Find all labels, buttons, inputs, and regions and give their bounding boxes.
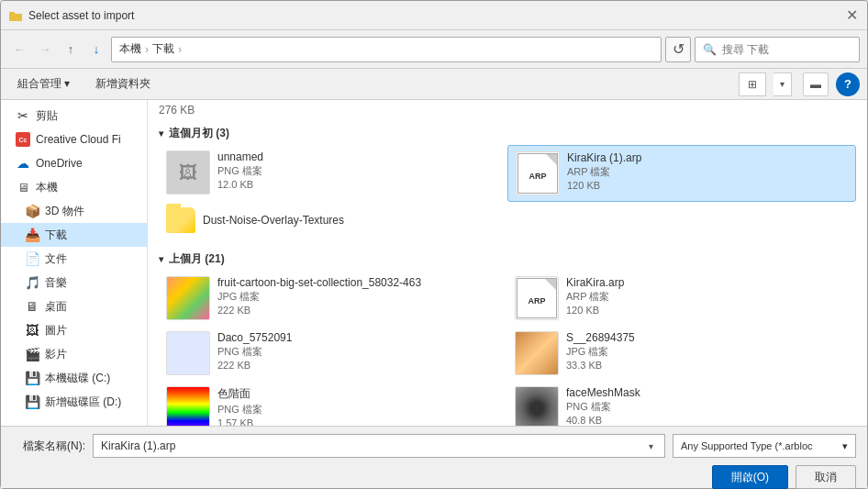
file-size: 120 KB — [566, 305, 624, 316]
arp-file-icon: ARP — [517, 153, 558, 194]
sidebar-item-videos[interactable]: 🎬 影片 — [1, 342, 147, 366]
sidebar-item-downloads[interactable]: 📥 下載 — [1, 223, 147, 247]
file-size: 40.8 KB — [566, 415, 640, 426]
titlebar-left: Select asset to import — [8, 8, 134, 23]
address-bar: ← → ↑ ↓ 本機 › 下載 › ↺ 🔍 — [1, 30, 867, 69]
up-button[interactable]: ↑ — [60, 39, 82, 61]
list-item[interactable]: Dust-Noise-Overlay-Textures — [159, 202, 856, 239]
list-item[interactable]: ARP KiraKira (1).arp ARP 檔案 120 KB — [507, 145, 856, 202]
list-item[interactable]: faceMeshMask PNG 檔案 40.8 KB — [507, 381, 856, 426]
onedrive-icon: ☁ — [16, 156, 30, 171]
filename-label: 檔案名稱(N): — [12, 439, 85, 454]
close-button[interactable]: ✕ — [843, 7, 860, 24]
file-name: S__26894375 — [566, 331, 635, 344]
footer: 檔案名稱(N): KiraKira (1).arp ▾ Any Supporte… — [1, 426, 867, 488]
list-item[interactable]: 🖼 unnamed PNG 檔案 12.0 KB — [159, 145, 507, 202]
filetype-select[interactable]: Any Supported Type (*.arbloc ▾ — [673, 434, 856, 458]
group-header-this-month[interactable]: ▾ 這個月初 (3) — [148, 120, 867, 145]
file-info: Daco_5752091 PNG 檔案 222 KB — [217, 331, 292, 371]
sidebar-label-documents: 文件 — [45, 251, 67, 267]
sidebar-item-this-pc[interactable]: 🖥 本機 — [1, 175, 147, 199]
recent-button[interactable]: ↓ — [85, 39, 107, 61]
file-name: faceMeshMask — [566, 386, 640, 399]
file-size: 12.0 KB — [217, 179, 263, 190]
panel-toggle-button[interactable]: ▬ — [803, 72, 829, 96]
forward-button[interactable]: → — [34, 39, 56, 61]
arp-file-icon: ARP — [517, 278, 557, 318]
refresh-button[interactable]: ↺ — [665, 37, 691, 62]
sidebar-item-documents[interactable]: 📄 文件 — [1, 247, 147, 271]
sidebar-item-desktop[interactable]: 🖥 桌面 — [1, 295, 147, 318]
group-header-last-month[interactable]: ▾ 上個月 (21) — [148, 246, 867, 271]
file-type: ARP 檔案 — [566, 290, 624, 304]
sidebar-label-cc: Creative Cloud Fi — [36, 133, 121, 146]
cancel-button[interactable]: 取消 — [796, 465, 856, 489]
search-box[interactable]: 🔍 — [695, 37, 860, 62]
file-grid-last-month: fruit-cartoon-big-set-collection_58032-4… — [148, 271, 867, 426]
file-type: ARP 檔案 — [567, 165, 641, 179]
file-type: PNG 檔案 — [217, 345, 292, 359]
file-name: Dust-Noise-Overlay-Textures — [203, 214, 344, 227]
list-item[interactable]: S__26894375 JPG 檔案 33.3 KB — [507, 326, 856, 381]
3d-icon: 📦 — [25, 204, 39, 218]
sidebar-item-pictures[interactable]: 🖼 圖片 — [1, 318, 147, 342]
file-name: unnamed — [217, 150, 263, 163]
top-item-size: 276 KB — [159, 104, 195, 117]
toolbar: 組合管理 ▾ 新增資料夾 ⊞ ▾ ▬ ? — [1, 69, 867, 100]
address-path[interactable]: 本機 › 下載 › — [111, 37, 662, 62]
view-icon-button[interactable]: ⊞ — [739, 72, 766, 96]
titlebar: Select asset to import ✕ — [1, 1, 867, 30]
sidebar-label-pictures: 圖片 — [45, 323, 67, 339]
file-type: JPG 檔案 — [566, 345, 635, 359]
file-grid-this-month: 🖼 unnamed PNG 檔案 12.0 KB ARP — [148, 145, 867, 246]
sidebar-item-drive-d[interactable]: 💾 新增磁碟區 (D:) — [1, 390, 147, 414]
sidebar-item-3d[interactable]: 📦 3D 物件 — [1, 199, 147, 223]
filetype-dropdown-arrow[interactable]: ▾ — [842, 440, 848, 452]
group-label-last-month: 上個月 (21) — [169, 251, 225, 267]
file-info: 色階面 PNG 檔案 1.57 KB — [217, 386, 262, 426]
dialog-title: Select asset to import — [28, 9, 134, 22]
file-info: faceMeshMask PNG 檔案 40.8 KB — [566, 386, 640, 426]
file-size: 222 KB — [217, 305, 421, 316]
list-item[interactable]: ARP KiraKira.arp ARP 檔案 120 KB — [507, 271, 856, 326]
sidebar-label-scissors: 剪貼 — [36, 108, 58, 124]
list-item[interactable]: 色階面 PNG 檔案 1.57 KB — [159, 381, 507, 426]
open-button[interactable]: 開啟(O) — [712, 465, 788, 489]
search-input[interactable] — [722, 43, 851, 56]
file-name: 色階面 — [217, 386, 262, 402]
footer-filename-row: 檔案名稱(N): KiraKira (1).arp ▾ Any Supporte… — [12, 434, 856, 458]
sidebar-label-videos: 影片 — [45, 347, 67, 362]
sidebar-item-music[interactable]: 🎵 音樂 — [1, 271, 147, 295]
file-size: 33.3 KB — [566, 360, 635, 371]
filename-value: KiraKira (1).arp — [101, 439, 175, 452]
downloads-icon: 📥 — [25, 228, 39, 242]
sidebar-item-drive-c[interactable]: 💾 本機磁碟 (C:) — [1, 366, 147, 390]
sidebar-label-desktop: 桌面 — [45, 299, 67, 315]
sidebar-item-onedrive[interactable]: ☁ OneDrive — [1, 151, 147, 175]
filename-dropdown-arrow[interactable]: ▾ — [645, 441, 657, 451]
file-thumbnail — [515, 331, 559, 375]
path-sep-2: › — [178, 43, 182, 56]
sidebar-label-music: 音樂 — [45, 275, 67, 291]
filename-input[interactable]: KiraKira (1).arp ▾ — [93, 434, 665, 458]
back-button[interactable]: ← — [8, 39, 30, 61]
path-sep-1: › — [145, 43, 149, 56]
file-info: fruit-cartoon-big-set-collection_58032-4… — [217, 276, 421, 316]
list-item[interactable]: Daco_5752091 PNG 檔案 222 KB — [159, 326, 507, 381]
chevron-down-icon: ▾ — [159, 254, 163, 264]
file-thumbnail — [166, 331, 210, 375]
view-dropdown-button[interactable]: ▾ — [773, 72, 792, 96]
file-thumbnail — [166, 386, 210, 426]
pc-icon: 🖥 — [16, 180, 30, 194]
sidebar-label-pc: 本機 — [36, 180, 58, 195]
main-area: ✂ 剪貼 Cc Creative Cloud Fi ☁ OneDrive 🖥 本… — [1, 100, 867, 426]
list-item[interactable]: fruit-cartoon-big-set-collection_58032-4… — [159, 271, 507, 326]
file-size: 1.57 KB — [217, 417, 262, 426]
organize-button[interactable]: 組合管理 ▾ — [8, 72, 79, 96]
sidebar-item-creative-cloud[interactable]: Cc Creative Cloud Fi — [1, 128, 147, 151]
new-folder-button[interactable]: 新增資料夾 — [86, 72, 160, 96]
file-name: fruit-cartoon-big-set-collection_58032-4… — [217, 276, 421, 289]
sidebar-item-scissors[interactable]: ✂ 剪貼 — [1, 104, 147, 128]
sidebar-label-onedrive: OneDrive — [36, 157, 83, 170]
help-button[interactable]: ? — [836, 72, 860, 96]
